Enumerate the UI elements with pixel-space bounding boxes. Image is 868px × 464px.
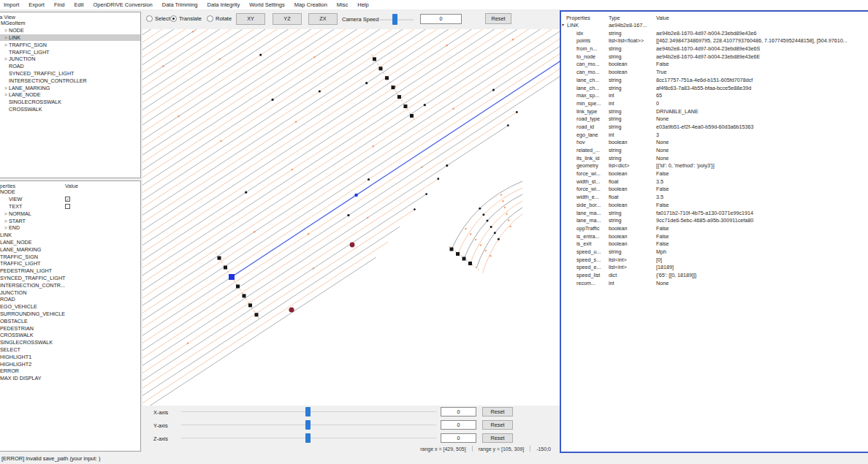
property-row-speed-u-[interactable]: speed_u...stringMph — [561, 248, 868, 256]
display-item-text[interactable]: TEXT — [0, 203, 140, 210]
lane-node[interactable] — [236, 284, 240, 288]
property-row-geometry[interactable]: geometrylist<dict>[{'id': 0, 'method': '… — [561, 161, 868, 170]
tree-item-singlecrosswalk[interactable]: SINGLECROSSWALK — [0, 99, 140, 106]
lane-node[interactable] — [373, 57, 376, 61]
expander-icon[interactable]: > — [3, 218, 9, 224]
expander-icon[interactable]: > — [3, 85, 9, 91]
tree-item-lane-node[interactable]: >LANE_NODE — [0, 91, 140, 99]
property-row-max-sp-[interactable]: max_sp...int65 — [561, 91, 868, 99]
lane-node[interactable] — [391, 85, 395, 89]
z-axis-input[interactable]: 0 — [441, 433, 476, 443]
plane-button-xy[interactable]: XY — [236, 13, 265, 25]
mode-radio-select[interactable]: Select — [146, 15, 170, 22]
menu-item-help[interactable]: Help — [357, 1, 368, 8]
display-item-end[interactable]: >END — [0, 224, 140, 232]
tree-item-crosswalk[interactable]: CROSSWALK — [0, 106, 140, 113]
property-row-speed-s-[interactable]: speed_s...list<int>[0] — [561, 256, 868, 264]
lane-node[interactable] — [450, 248, 454, 251]
lane-node[interactable] — [224, 266, 227, 270]
selected-link-midpoint[interactable] — [355, 194, 358, 197]
display-item-obstacle[interactable]: OBSTACLE — [0, 317, 140, 324]
property-row-force-wi-[interactable]: force_wi...booleanFalse — [561, 170, 868, 178]
menu-item-export[interactable]: Export — [28, 1, 45, 8]
display-item-traffic-light[interactable]: TRAFFIC_LIGHT — [0, 260, 140, 267]
display-item-normal[interactable]: >NORMAL — [0, 210, 140, 217]
display-item-select[interactable]: SELECT — [0, 346, 140, 354]
property-row-speed-list[interactable]: speed_listdict{'65': [[0, 18189]]} — [561, 271, 868, 279]
lane-node[interactable] — [218, 256, 221, 260]
property-row-can-mo-[interactable]: can_mo...booleanFalse — [561, 60, 868, 68]
property-row-hov[interactable]: hovbooleanNone — [561, 138, 868, 146]
plane-button-zx[interactable]: ZX — [308, 13, 338, 25]
property-row-width-st-[interactable]: width_st...float3.5 — [561, 178, 868, 186]
expander-icon[interactable]: > — [3, 92, 9, 97]
lane-node[interactable] — [403, 104, 407, 108]
camera-speed-input[interactable]: 0 — [420, 14, 462, 24]
property-row-recom-[interactable]: recom...intNone — [561, 279, 868, 287]
property-row-link-type[interactable]: link_typestringDRIVABLE_LANE — [561, 107, 868, 115]
mode-radio-translate[interactable]: Translate — [170, 15, 202, 22]
lane-node[interactable] — [456, 252, 460, 256]
lane-node[interactable] — [254, 313, 258, 316]
menu-item-edit[interactable]: Edit — [75, 1, 84, 8]
tree-item-road[interactable]: ROAD — [0, 63, 140, 70]
display-item-lane-marking[interactable]: LANE_MARKING — [0, 246, 140, 253]
selected-node[interactable] — [229, 274, 235, 280]
expander-icon[interactable]: > — [3, 35, 9, 40]
menu-item-find[interactable]: Find — [54, 1, 65, 8]
tree-item-junction[interactable]: >JUNCTION — [0, 56, 140, 63]
menu-item-data-integrity[interactable]: Data Integrity — [208, 1, 240, 8]
menu-item-opendrive-conversion[interactable]: OpenDRIVE Conversion — [93, 1, 152, 8]
y-axis-input[interactable]: 0 — [441, 420, 476, 430]
tree-root-mgeoitem[interactable]: MGeoItem — [0, 20, 140, 27]
lane-node[interactable] — [410, 114, 414, 118]
expander-icon[interactable]: > — [3, 225, 9, 230]
tree-item-traffic-sign[interactable]: >TRAFFIC_SIGN — [0, 41, 140, 48]
property-row-related-[interactable]: related_...stringNone — [561, 146, 868, 154]
property-row-ego-lane[interactable]: ego_laneint3 — [561, 131, 868, 139]
map-viewport[interactable] — [142, 29, 560, 406]
property-row-speed-e-[interactable]: speed_e...list<int>[18189] — [561, 263, 868, 271]
lane-node[interactable] — [385, 76, 389, 80]
expander-icon[interactable]: > — [3, 211, 9, 216]
display-item-intersection-contr-[interactable]: INTERSECTION_CONTR... — [0, 281, 140, 289]
property-row-lane-ma-[interactable]: lane_ma...stringfa0171b2-710f-4b75-a130-… — [561, 209, 868, 217]
property-row-width-e-[interactable]: width_e...float3.5 — [561, 193, 868, 201]
menu-item-data-trimming[interactable]: Data Trimming — [162, 1, 198, 8]
camera-reset-button[interactable]: Reset — [485, 13, 511, 24]
lane-node[interactable] — [462, 257, 466, 261]
property-row-is-exit[interactable]: is_exitbooleanFalse — [561, 240, 868, 248]
display-item-surrounding-vehicle[interactable]: SURROUNDING_VEHICLE — [0, 311, 140, 318]
tree-item-link[interactable]: >LINK — [0, 34, 140, 42]
lane-node[interactable] — [378, 66, 382, 70]
lane-node[interactable] — [242, 294, 245, 297]
property-row-lane-ch-[interactable]: lane_ch...string8cc17757-751a-4e6d-b151-… — [561, 76, 868, 84]
property-row-road-id[interactable]: road_idstringe03a9b51-ef2f-4ea0-b59d-60d… — [561, 123, 868, 131]
y-axis-reset-button[interactable]: Reset — [482, 420, 513, 430]
property-row-force-wi-[interactable]: force_wi...booleanFalse — [561, 185, 868, 193]
x-axis-reset-button[interactable]: Reset — [482, 407, 513, 417]
tree-item-lane-marking[interactable]: >LANE_MARKING — [0, 84, 140, 91]
lane-node[interactable] — [468, 262, 472, 265]
property-row-lane-ma-[interactable]: lane_ma...string9cc71de6-5ebc-4685-a95b-… — [561, 216, 868, 224]
expander-icon[interactable]: > — [3, 28, 9, 33]
expander-icon[interactable]: > — [3, 42, 9, 47]
display-item-start[interactable]: >START — [0, 217, 140, 224]
display-item-pedestrian[interactable]: PEDESTRIAN — [0, 324, 140, 332]
display-item-synced-traffic-light[interactable]: SYNCED_TRAFFIC_LIGHT — [0, 275, 140, 282]
collapse-arrow-icon[interactable]: ▾ — [562, 22, 564, 27]
property-row-idx[interactable]: idxstringae94b2e8-1670-4d97-b004-23ebd89… — [561, 29, 868, 37]
visibility-checkbox[interactable]: ✓ — [65, 197, 70, 202]
display-item-traffic-sign[interactable]: TRAFFIC_SIGN — [0, 253, 140, 260]
mode-radio-rotate[interactable]: Rotate — [207, 15, 232, 22]
display-item-road[interactable]: ROAD — [0, 296, 140, 303]
tree-item-traffic-light[interactable]: TRAFFIC_LIGHT — [0, 48, 140, 56]
y-axis-slider-handle[interactable] — [305, 420, 311, 430]
expander-icon[interactable]: > — [3, 56, 9, 61]
tree-item-node[interactable]: >NODE — [0, 27, 140, 34]
plane-button-yz[interactable]: YZ — [273, 13, 302, 25]
property-row-from-n-[interactable]: from_n...stringae94b2e8-1670-4d97-b004-2… — [561, 45, 868, 53]
lane-node[interactable] — [397, 95, 401, 99]
display-item-crosswalk[interactable]: CROSSWALK — [0, 332, 140, 339]
property-row-is-entra-[interactable]: is_entra...booleanFalse — [561, 232, 868, 240]
